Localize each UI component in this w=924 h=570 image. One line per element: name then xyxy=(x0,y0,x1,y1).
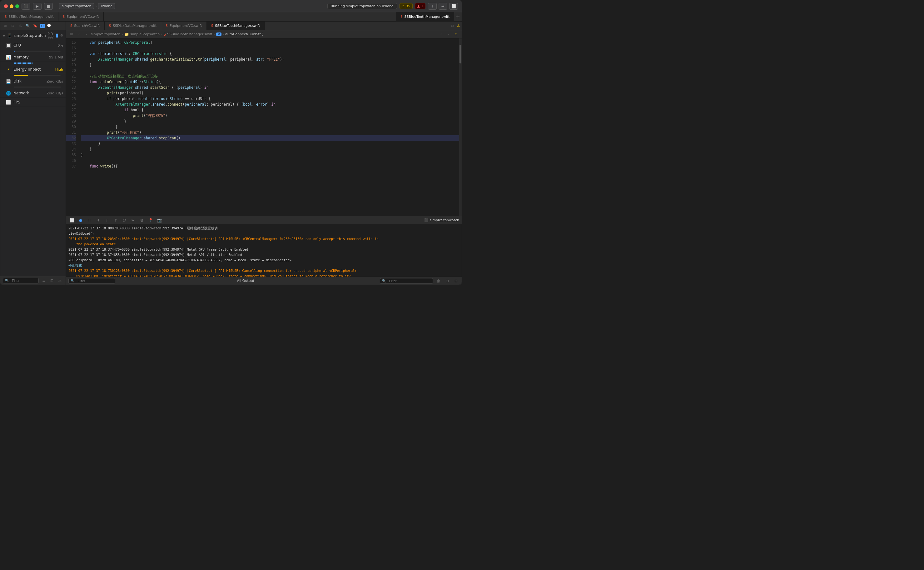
frame-capture-btn[interactable]: ✂ xyxy=(130,217,136,224)
step-into-btn[interactable]: ↓ xyxy=(103,217,110,224)
crumb-file[interactable]: S SSBlueToothManager.swift xyxy=(164,32,213,37)
camera-btn[interactable]: 📷 xyxy=(156,217,163,224)
trash-btn[interactable]: 🗑 xyxy=(436,278,442,284)
crumb-method-name[interactable]: autoConnect(uuidStr:) xyxy=(225,32,263,36)
app-label-text: simpleStopwatch xyxy=(430,218,459,222)
console-filter-input[interactable] xyxy=(76,279,113,283)
network-metric-item[interactable]: 🌐 Network Zero KB/s xyxy=(0,89,66,98)
console-line-stop: 停止搜索 xyxy=(69,263,459,268)
fps-metric-item[interactable]: ⬜ FPS xyxy=(0,98,66,107)
app-name-label: ⬛ simpleStopwatch xyxy=(424,218,459,222)
crumb-method-m[interactable]: M xyxy=(216,32,222,36)
device-selector[interactable]: iPhone xyxy=(98,3,115,9)
debug-hierarchy-btn[interactable]: ⧉ xyxy=(138,217,145,224)
stop-button[interactable]: ■ xyxy=(44,3,53,10)
location-btn[interactable]: 📍 xyxy=(147,217,154,224)
code-content[interactable]: var peripheral: CBPeripheral! var charac… xyxy=(78,38,459,216)
main-window: ⬛ ▶ ■ simpleStopwatch › iPhone Running s… xyxy=(0,0,462,285)
editor-breadcrumb-nav: ⊞ ‹ › simpleStopwatch › 📁 simpleStopwatc… xyxy=(66,30,462,38)
editor-tab-ssbtm[interactable]: S SSBlueToothManager.swift xyxy=(207,21,265,30)
scrollbar-thumb xyxy=(459,45,461,63)
continue-btn[interactable]: ⬡ xyxy=(121,217,128,224)
add-button[interactable]: + xyxy=(428,3,437,10)
scheme-selector[interactable]: simpleStopwatch xyxy=(59,3,94,9)
grid-btn[interactable]: ⊞ xyxy=(49,278,55,283)
editor-tab-diskdata[interactable]: S SSDiskDataManager.swift xyxy=(105,21,162,30)
minimize-button[interactable] xyxy=(10,5,14,8)
step-out-btn[interactable]: ↑ xyxy=(112,217,119,224)
code-line-25: if peripheral.identifier.uuidString == u… xyxy=(81,96,459,101)
titlebar: ⬛ ▶ ■ simpleStopwatch › iPhone Running s… xyxy=(0,0,462,12)
warning-filter-footer-btn[interactable]: ⚠ xyxy=(57,278,63,283)
warning-nav-icon[interactable]: ⚠ xyxy=(453,32,459,37)
swift-icon3: S xyxy=(165,24,167,28)
maximize-button[interactable] xyxy=(15,5,19,8)
energy-metric-item[interactable]: ⚡ Energy Impact High xyxy=(0,65,66,74)
code-line-23: XYCentralManager.shared.startScan { (per… xyxy=(81,85,459,90)
network-icon-wrap: 🌐 xyxy=(5,90,12,96)
crumb-project[interactable]: simpleStopwatch xyxy=(91,32,120,36)
run-icon: ▶ xyxy=(35,4,38,8)
editor-scrollbar[interactable] xyxy=(459,38,462,216)
line-numbers: 15161718 19202122 23242526 27282930 3132… xyxy=(66,38,78,216)
search-btn[interactable]: 🔍 xyxy=(24,23,31,29)
warning-badge[interactable]: ⚠ 35 xyxy=(399,3,413,9)
console-tab-btn[interactable]: ● xyxy=(77,217,84,224)
split-view-btn[interactable]: ⊟ xyxy=(449,23,456,29)
warning-indicator[interactable]: ⚠ xyxy=(456,23,462,29)
back-nav-icon[interactable]: ‹ xyxy=(438,32,444,37)
forward-btn[interactable]: › xyxy=(83,32,90,37)
project-header[interactable]: ▼ 📱 simpleStopwatch PID 992 i ⚙ xyxy=(0,30,66,41)
expand-arrow: ▼ xyxy=(3,34,5,37)
right-filter-input[interactable] xyxy=(387,279,431,283)
bookmark-btn[interactable]: 🔖 xyxy=(32,23,38,29)
crumb-folder[interactable]: 📁 simpleStopwatch xyxy=(124,32,160,37)
energy-label: Energy Impact xyxy=(14,67,55,72)
warning-filter-btn[interactable]: ⚠ xyxy=(17,23,23,29)
fps-icon: ⬜ xyxy=(6,100,11,105)
enter-full-screen-button[interactable]: ↩ xyxy=(439,3,447,10)
list-view-btn[interactable]: ≡ xyxy=(41,278,47,283)
grid-nav-btn[interactable]: ⊞ xyxy=(69,32,75,37)
left-filter-input[interactable] xyxy=(10,279,37,283)
close-button[interactable] xyxy=(4,5,8,8)
tab-ssbtm-active[interactable]: S SSBlueToothManager.swift xyxy=(396,12,454,21)
split-console-btn[interactable]: ⊟ xyxy=(444,278,450,284)
disk-metric-item[interactable]: 💾 Disk Zero KB/s xyxy=(0,77,66,86)
history-btn[interactable]: 💬 xyxy=(46,23,52,29)
info-button[interactable]: i xyxy=(56,34,58,38)
swift-file-icon2: S xyxy=(63,15,65,18)
console-status-bar: 🔍 All Output ⌃ 🔍 🗑 xyxy=(66,277,462,285)
forward-nav-icon[interactable]: › xyxy=(445,32,452,37)
run-button[interactable]: ▶ xyxy=(33,3,41,10)
console-output[interactable]: 2021-07-22 17:37:18.080791+0800 simpleSt… xyxy=(66,224,462,277)
sidebar-toggle-button[interactable]: ⬛ xyxy=(21,3,30,10)
console-clear-btn[interactable]: ⬜ xyxy=(69,217,75,224)
memory-metric-item[interactable]: 📊 Memory 99.1 MB xyxy=(0,53,66,62)
add-tab-button[interactable]: + xyxy=(454,13,462,21)
step-over-btn[interactable]: ⬇ xyxy=(95,217,101,224)
swift-file-icon: S xyxy=(5,15,6,18)
editor-tab-searchvc[interactable]: S SearchVC.swift xyxy=(66,21,105,30)
left-panel-footer: 🔍 ≡ ⊞ ⚠ xyxy=(0,276,66,285)
cpu-metric-item[interactable]: 🔲 CPU 0% xyxy=(0,41,66,50)
grid-view-btn[interactable]: ⊞ xyxy=(2,23,8,29)
tab-equipmentvc[interactable]: S EquipmentVC.swift xyxy=(58,12,104,21)
tab-ssbtm-left[interactable]: S SSBlueToothManager.swift xyxy=(0,12,58,21)
back-btn[interactable]: ‹ xyxy=(76,32,82,37)
layout-button[interactable]: ⬜ xyxy=(449,3,458,10)
cpu-bar-wrap xyxy=(14,51,61,52)
settings-button[interactable]: ⚙ xyxy=(60,34,63,38)
pause-btn[interactable]: ⏸ xyxy=(86,217,93,224)
error-badge[interactable]: ▲ 1 xyxy=(415,3,425,9)
disk-bar-wrap xyxy=(14,87,61,87)
error-icon: ▲ xyxy=(417,4,420,8)
stop-icon: ■ xyxy=(47,4,50,8)
project-icon: 📱 xyxy=(7,34,12,38)
editor-tab-equipvc[interactable]: S EquipmentVC.swift xyxy=(161,21,207,30)
code-line-29: } xyxy=(81,118,459,124)
network-icon: 🌐 xyxy=(6,91,11,96)
expand-console-btn[interactable]: ⊞ xyxy=(453,278,459,284)
code-line-16 xyxy=(81,45,459,51)
filter-btn[interactable]: ⊡ xyxy=(10,23,16,29)
